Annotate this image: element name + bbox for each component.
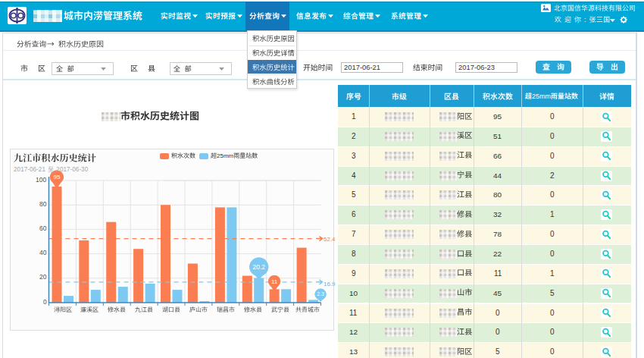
svg-text:2: 2: [352, 132, 356, 140]
svg-text:0: 0: [550, 347, 555, 356]
svg-text:1: 1: [550, 210, 555, 218]
svg-text:66: 66: [493, 151, 502, 159]
svg-text:0: 0: [550, 112, 555, 121]
svg-text:11: 11: [494, 269, 502, 278]
svg-text:2017-06-21: 2017-06-21: [344, 64, 380, 72]
svg-text:95: 95: [54, 174, 61, 181]
svg-text:22: 22: [493, 250, 502, 258]
svg-text:20: 20: [39, 274, 47, 281]
svg-text:0: 0: [550, 250, 555, 258]
svg-text:51: 51: [493, 132, 502, 140]
svg-text:52.4: 52.4: [324, 236, 336, 243]
svg-text:44: 44: [493, 171, 502, 179]
svg-text:10: 10: [349, 288, 358, 297]
svg-text:8: 8: [352, 250, 356, 258]
svg-text:0: 0: [496, 328, 500, 336]
svg-text:1: 1: [550, 269, 555, 278]
svg-text:6: 6: [352, 210, 356, 218]
svg-text:3: 3: [352, 151, 356, 159]
svg-text:32: 32: [493, 210, 502, 218]
svg-text:0: 0: [43, 298, 47, 306]
svg-text:12: 12: [349, 328, 358, 336]
svg-text:45: 45: [493, 288, 502, 297]
svg-text:0: 0: [550, 132, 555, 140]
svg-text:20.2: 20.2: [253, 263, 266, 271]
svg-text:5: 5: [550, 288, 555, 297]
svg-text:0: 0: [550, 151, 555, 159]
svg-text:5: 5: [496, 347, 500, 356]
svg-text:95: 95: [493, 112, 502, 121]
svg-text:9: 9: [352, 269, 356, 278]
svg-text:0: 0: [550, 230, 555, 238]
svg-text:2017-06-21: 2017-06-21: [14, 166, 45, 173]
svg-text:0: 0: [550, 308, 555, 316]
svg-text:4: 4: [352, 171, 356, 179]
svg-text:40: 40: [39, 250, 47, 257]
svg-text:2017-06-30: 2017-06-30: [56, 166, 88, 173]
svg-text:60: 60: [39, 225, 47, 232]
svg-text:0: 0: [550, 328, 555, 336]
svg-text::: :: [584, 15, 586, 23]
svg-text:2.3: 2.3: [317, 291, 324, 297]
svg-text:0: 0: [496, 308, 500, 316]
svg-text:25mm: 25mm: [532, 93, 551, 100]
svg-text:80: 80: [493, 190, 502, 199]
svg-text:25mm: 25mm: [217, 152, 234, 159]
svg-text:78: 78: [493, 230, 502, 238]
svg-text:13: 13: [349, 347, 358, 356]
svg-text:5: 5: [352, 190, 356, 199]
svg-text:2: 2: [550, 171, 555, 179]
svg-text:11: 11: [271, 278, 278, 285]
svg-text:11: 11: [349, 308, 358, 316]
svg-text:16.9: 16.9: [324, 281, 336, 287]
svg-text:100: 100: [36, 176, 46, 184]
svg-text:80: 80: [39, 200, 47, 208]
svg-text:2017-06-23: 2017-06-23: [458, 64, 495, 72]
svg-text:7: 7: [352, 230, 356, 238]
svg-text:0: 0: [550, 190, 555, 199]
svg-text:1: 1: [352, 112, 356, 121]
